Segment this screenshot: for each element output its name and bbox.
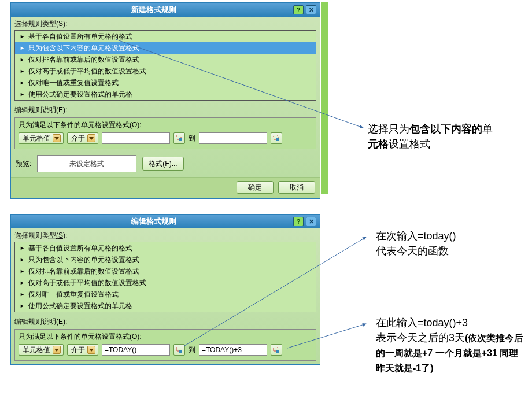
- chevron-right-icon: ►: [20, 278, 25, 287]
- svg-rect-5: [179, 350, 182, 353]
- chevron-right-icon: ►: [20, 55, 25, 64]
- annotation-text: 在次输入=today() 代表今天的函数: [376, 228, 526, 258]
- help-button[interactable]: ?: [293, 5, 304, 14]
- svg-line-10: [287, 324, 366, 348]
- annotation-text: 在此输入=today()+3 表示今天之后的3天(依次类推今后的一周就是+7 一…: [376, 315, 526, 375]
- chevron-down-icon: [87, 134, 95, 142]
- close-button[interactable]: ✕: [306, 217, 316, 226]
- dialog-titlebar: 新建格式规则 ? ✕: [11, 3, 320, 17]
- svg-line-8: [116, 39, 363, 128]
- dialog-titlebar: 编辑格式规则 ? ✕: [11, 215, 320, 228]
- chevron-right-icon: ►: [20, 290, 25, 299]
- chevron-down-icon: [53, 134, 61, 142]
- operator-dropdown[interactable]: 介于: [67, 344, 98, 356]
- chevron-right-icon: ►: [20, 43, 25, 53]
- dialog-title: 编辑格式规则: [14, 216, 293, 227]
- chevron-right-icon: ►: [20, 267, 25, 276]
- range-picker-icon[interactable]: [271, 132, 282, 144]
- cell-value-dropdown[interactable]: 单元格值: [19, 132, 64, 144]
- chevron-right-icon: ►: [20, 66, 25, 76]
- chevron-right-icon: ►: [20, 255, 25, 264]
- cancel-button[interactable]: 取消: [278, 181, 315, 194]
- close-button[interactable]: ✕: [306, 5, 316, 14]
- value-from-input[interactable]: [102, 344, 170, 356]
- dialog-title: 新建格式规则: [14, 5, 293, 15]
- ok-button[interactable]: 确定: [237, 181, 274, 194]
- operator-dropdown[interactable]: 介于: [67, 132, 98, 144]
- format-button[interactable]: 格式(F)...: [142, 157, 183, 171]
- between-label: 到: [189, 134, 195, 143]
- value-to-input[interactable]: [199, 132, 267, 144]
- chevron-right-icon: ►: [20, 243, 25, 253]
- arrow-annotation-icon: [116, 39, 370, 132]
- annotation-text: 选择只为包含以下内容的单 元格设置格式: [368, 121, 530, 152]
- chevron-right-icon: ►: [20, 90, 25, 99]
- help-button[interactable]: ?: [293, 217, 304, 226]
- chevron-down-icon: [87, 346, 95, 354]
- value-from-input[interactable]: [102, 132, 170, 144]
- chevron-right-icon: ►: [20, 301, 25, 311]
- preview-box: 未设定格式: [37, 155, 136, 172]
- rule-type-label: 选择规则类型(S):: [11, 17, 320, 30]
- range-picker-icon[interactable]: [173, 132, 185, 144]
- preview-label: 预览:: [14, 159, 31, 169]
- chevron-right-icon: ►: [20, 32, 25, 41]
- svg-rect-7: [276, 350, 279, 353]
- arrow-annotation-icon: [285, 324, 372, 353]
- svg-rect-3: [276, 138, 279, 141]
- chevron-right-icon: ►: [20, 78, 25, 87]
- cell-value-dropdown[interactable]: 单元格值: [19, 344, 64, 356]
- chevron-down-icon: [53, 346, 61, 354]
- svg-rect-1: [179, 138, 182, 141]
